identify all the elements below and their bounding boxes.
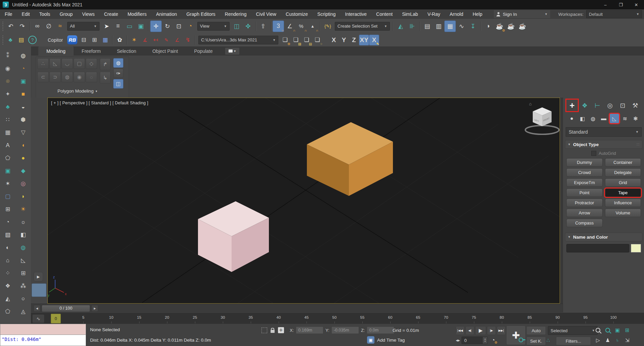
next-frame-button[interactable]: |▶ (487, 326, 496, 335)
curve-editor-icon[interactable]: ∿ (456, 21, 467, 32)
menu-simlab[interactable]: SimLab (397, 9, 422, 19)
selection-region-icon[interactable] (261, 327, 267, 333)
help-icon[interactable]: ? (28, 36, 37, 44)
left-tool-icon-r14c1[interactable]: ◔ (0, 218, 15, 226)
left-tool-icon-r7c1[interactable]: ▦ (0, 129, 15, 136)
current-frame-field[interactable]: 0 ▲▼ (461, 337, 488, 344)
z-coordinate-field[interactable]: 0.0m (367, 326, 394, 334)
maximize-button[interactable]: ❐ (613, 0, 629, 9)
listener-macro-pane[interactable] (0, 324, 86, 335)
left-tool-icon-r8c2[interactable]: ◖ (15, 141, 31, 149)
left-tool-icon-r20c1[interactable]: ◭ (0, 295, 15, 303)
redo-icon[interactable]: ↷ (16, 21, 28, 32)
polygon-modeling-mid-button-1[interactable]: ↱ (100, 58, 111, 70)
populate-trees-icon[interactable]: ♣ (5, 35, 16, 45)
menu-create[interactable]: Create (99, 9, 123, 19)
layout-tabs-expand-button[interactable]: ▶ (34, 272, 43, 281)
measure-burst-icon[interactable]: ✶ (129, 35, 139, 45)
track-bar[interactable]: ∿ 0 510152025303540455055606570758085909… (31, 312, 644, 324)
left-tool-icon-r11c2[interactable]: ◎ (15, 180, 31, 187)
menu-modifiers[interactable]: Modifiers (123, 9, 151, 19)
window-crossing-icon[interactable]: ▣ (135, 21, 147, 32)
listener-script-pane[interactable]: "Dist: 0.046m" (0, 335, 86, 346)
utilities-tab-icon[interactable]: ⚒ (630, 100, 641, 111)
menu-tools[interactable]: Tools (35, 9, 55, 19)
left-tool-icon-r17c2[interactable]: ◺ (15, 256, 31, 264)
menu-animation[interactable]: Animation (151, 9, 182, 19)
toggle-scene-explorer-icon[interactable]: ▤ (421, 21, 433, 32)
object-type-influence-button[interactable]: Influence (605, 199, 641, 207)
toolbar-drag-handle[interactable] (2, 21, 4, 31)
toggle-layer-explorer-icon[interactable]: ▥ (433, 21, 444, 32)
orbit-icon[interactable]: ♄ (613, 336, 622, 345)
left-tool-icon-r10c1[interactable]: ▣ (0, 167, 15, 175)
axis-z-constraint-icon[interactable]: Z (349, 35, 359, 45)
left-tool-icon-r14c2[interactable]: ☼ (15, 218, 31, 226)
render-production-icon[interactable]: ☕ (517, 21, 528, 32)
left-tool-icon-r19c1[interactable]: ❖ (0, 282, 15, 290)
unlink-selection-icon[interactable]: ∅ (43, 21, 54, 32)
polygon-modeling-row2-button-2[interactable]: ⊃ (49, 72, 61, 82)
menu-views[interactable]: Views (77, 9, 99, 19)
cabinet-tool-icon[interactable]: ⊟ (78, 35, 89, 45)
menu-content[interactable]: Content (371, 9, 397, 19)
snap-toggle-3d-icon[interactable]: 3∩ (273, 21, 284, 32)
polygon-modeling-right-button-1[interactable]: ◍ (113, 58, 123, 68)
pink-box-object[interactable] (198, 201, 269, 272)
maximize-viewport-icon[interactable]: ⇲ (623, 336, 632, 345)
menu-file[interactable]: File (0, 9, 17, 19)
select-and-link-icon[interactable]: ∞ (32, 21, 43, 32)
cameras-category-icon[interactable]: ▬ (599, 114, 608, 123)
mirror-icon[interactable]: ◭ (395, 21, 406, 32)
polygon-modeling-mid-button-2[interactable]: ↳ (100, 72, 111, 84)
auto-key-button[interactable]: Auto (526, 326, 546, 335)
measure-angle-icon[interactable]: ∡ (139, 35, 150, 45)
menu-interactive[interactable]: Interactive (340, 9, 372, 19)
select-and-place-icon[interactable]: ✜ (242, 21, 254, 32)
left-tool-icon-r8c1[interactable]: A (0, 141, 15, 149)
helpers-category-icon[interactable]: ◺ (610, 114, 619, 123)
render-setup-icon[interactable]: ☕⚙ (494, 21, 505, 32)
absolute-mode-icon[interactable]: ✛ (278, 327, 284, 333)
edit-named-selection-sets-icon[interactable]: {✎} (322, 21, 333, 32)
go-to-end-button[interactable]: ▶▶| (497, 326, 506, 335)
zoom-icon[interactable] (594, 325, 602, 335)
menu-customize[interactable]: Customize (281, 9, 313, 19)
polygon-modeling-row2-button-1[interactable]: ⊂ (37, 72, 49, 82)
left-tool-icon-r9c1[interactable]: ⬠ (0, 154, 15, 162)
left-tool-icon-r15c2[interactable]: ◧ (15, 231, 31, 239)
name-color-rollout-header[interactable]: ▼ Name and Color (565, 233, 642, 241)
object-type-protractor-button[interactable]: Protractor (566, 199, 603, 207)
left-tool-icon-r16c2[interactable]: ◍ (15, 244, 31, 251)
table-tool-icon[interactable]: ▦ (100, 35, 111, 45)
left-tool-icon-r20c2[interactable]: ○ (15, 295, 31, 303)
angle-snap-icon[interactable]: ∠∩ (284, 21, 295, 32)
use-pivot-center-icon[interactable]: ◫ (231, 21, 242, 32)
left-tool-icon-r6c1[interactable]: ∷ (0, 116, 15, 124)
menu-v-ray[interactable]: V-Ray (423, 9, 445, 19)
object-type-delegate-button[interactable]: Delegate (605, 168, 641, 177)
left-tool-icon-r18c1[interactable]: ⁘ (0, 269, 15, 277)
left-tool-icon-r5c1[interactable]: ♣ (0, 103, 15, 111)
frame-step-arrows-icon[interactable]: ◀▶ (456, 339, 460, 342)
lights-category-icon[interactable]: ◍ (588, 114, 598, 123)
panel-resizer[interactable] (560, 98, 563, 324)
menu-rendering[interactable]: Rendering (220, 9, 251, 19)
ribbon-tab-object-paint[interactable]: Object Paint (144, 46, 186, 56)
notes-document-icon[interactable]: ▤ (16, 35, 27, 45)
polygon-modeling-label[interactable]: Polygon Modeling▾ (36, 89, 119, 94)
select-and-manipulate-icon[interactable]: ◔ (185, 21, 196, 32)
polygon-modeling-row1-button-2[interactable]: ◺ (49, 58, 61, 69)
toolbar-drag-handle[interactable] (2, 35, 4, 45)
polygon-modeling-row2-button-5[interactable]: ◌ (86, 72, 97, 82)
display-tab-icon[interactable]: ⊡ (617, 100, 628, 111)
left-tool-icon-r1c2[interactable]: ◍ (15, 52, 31, 60)
ribbon-tab-modeling[interactable]: Modeling (38, 46, 74, 56)
polygon-modeling-row1-button-1[interactable]: ∴ (37, 58, 49, 69)
left-tool-icon-r21c1[interactable]: ⬠ (0, 308, 15, 315)
ribbon-tab-selection[interactable]: Selection (109, 46, 145, 56)
space-warps-category-icon[interactable]: ≋ (620, 114, 630, 123)
viewport-label[interactable]: [ + ] [ Perspective ] [ Standard ] [ Def… (51, 101, 148, 105)
schematic-view-icon[interactable]: ↧ (467, 21, 479, 32)
menu-group[interactable]: Group (55, 9, 77, 19)
